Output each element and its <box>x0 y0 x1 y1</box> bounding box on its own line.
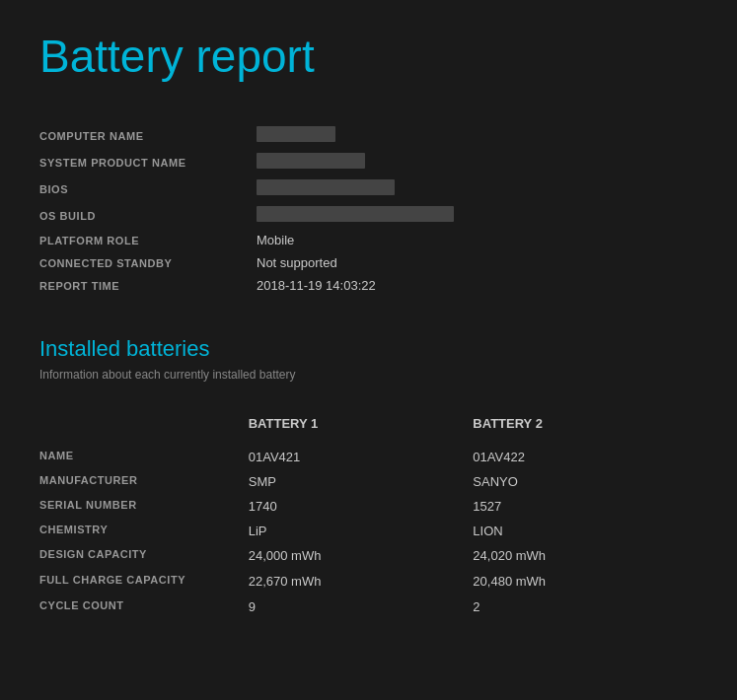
battery-chemistry-label: CHEMISTRY <box>39 519 249 543</box>
battery1-name: 01AV421 <box>249 445 474 469</box>
platform-role-label: PLATFORM ROLE <box>39 229 257 251</box>
installed-batteries-subtitle: Information about each currently install… <box>39 368 698 382</box>
battery-cycle-count-row: CYCLE COUNT 9 2 <box>39 595 698 619</box>
bios-row: BIOS <box>39 175 698 202</box>
battery2-full-charge: 20,480 mWh <box>473 568 698 595</box>
battery2-chemistry: LION <box>473 519 698 543</box>
system-info-table: COMPUTER NAME SYSTEM PRODUCT NAME BIOS O… <box>39 122 698 297</box>
os-build-value <box>257 202 698 229</box>
report-time-label: REPORT TIME <box>39 274 257 297</box>
battery-design-capacity-row: DESIGN CAPACITY 24,000 mWh 24,020 mWh <box>39 543 698 568</box>
connected-standby-row: CONNECTED STANDBY Not supported <box>39 251 698 274</box>
battery-design-capacity-label: DESIGN CAPACITY <box>39 543 249 568</box>
battery1-design-capacity: 24,000 mWh <box>249 543 474 568</box>
redacted-bar-os-build <box>257 206 454 222</box>
battery2-header: BATTERY 2 <box>473 411 698 445</box>
platform-role-value: Mobile <box>257 229 698 251</box>
connected-standby-value: Not supported <box>257 251 698 274</box>
system-product-name-row: SYSTEM PRODUCT NAME <box>39 149 698 175</box>
connected-standby-label: CONNECTED STANDBY <box>39 251 257 274</box>
computer-name-row: COMPUTER NAME <box>39 122 698 149</box>
battery1-header: BATTERY 1 <box>249 411 474 445</box>
computer-name-label: COMPUTER NAME <box>39 122 257 149</box>
battery1-full-charge: 22,670 mWh <box>249 568 474 595</box>
battery-cycle-count-label: CYCLE COUNT <box>39 595 249 619</box>
redacted-bar-bios <box>257 179 395 195</box>
redacted-bar-computer-name <box>257 126 335 142</box>
battery1-serial: 1740 <box>249 494 474 519</box>
battery2-design-capacity: 24,020 mWh <box>473 543 698 568</box>
battery-header-spacer <box>39 411 249 445</box>
bios-value <box>257 175 698 202</box>
bios-label: BIOS <box>39 175 257 202</box>
battery1-chemistry: LiP <box>249 519 474 543</box>
platform-role-row: PLATFORM ROLE Mobile <box>39 229 698 251</box>
battery1-cycle-count: 9 <box>249 595 474 619</box>
battery-manufacturer-row: MANUFACTURER SMP SANYO <box>39 469 698 494</box>
battery2-cycle-count: 2 <box>473 595 698 619</box>
battery-header-row: BATTERY 1 BATTERY 2 <box>39 411 698 445</box>
battery-chemistry-row: CHEMISTRY LiP LION <box>39 519 698 543</box>
battery-name-label: NAME <box>39 445 249 469</box>
battery2-serial: 1527 <box>473 494 698 519</box>
system-product-name-value <box>257 149 698 175</box>
battery-name-row: NAME 01AV421 01AV422 <box>39 445 698 469</box>
installed-batteries-title: Installed batteries <box>39 336 698 362</box>
computer-name-value <box>257 122 698 149</box>
battery-manufacturer-label: MANUFACTURER <box>39 469 249 494</box>
os-build-label: OS BUILD <box>39 202 257 229</box>
battery-full-charge-row: FULL CHARGE CAPACITY 22,670 mWh 20,480 m… <box>39 568 698 595</box>
page-title: Battery report <box>39 30 698 83</box>
battery2-manufacturer: SANYO <box>473 469 698 494</box>
report-time-row: REPORT TIME 2018-11-19 14:03:22 <box>39 274 698 297</box>
os-build-row: OS BUILD <box>39 202 698 229</box>
system-product-name-label: SYSTEM PRODUCT NAME <box>39 149 257 175</box>
battery-full-charge-label: FULL CHARGE CAPACITY <box>39 568 249 595</box>
redacted-bar-system-product-name <box>257 153 365 169</box>
report-time-value: 2018-11-19 14:03:22 <box>257 274 698 297</box>
battery1-manufacturer: SMP <box>249 469 474 494</box>
battery-serial-label: SERIAL NUMBER <box>39 494 249 519</box>
battery2-name: 01AV422 <box>473 445 698 469</box>
battery-serial-row: SERIAL NUMBER 1740 1527 <box>39 494 698 519</box>
battery-table: BATTERY 1 BATTERY 2 NAME 01AV421 01AV422… <box>39 411 698 619</box>
